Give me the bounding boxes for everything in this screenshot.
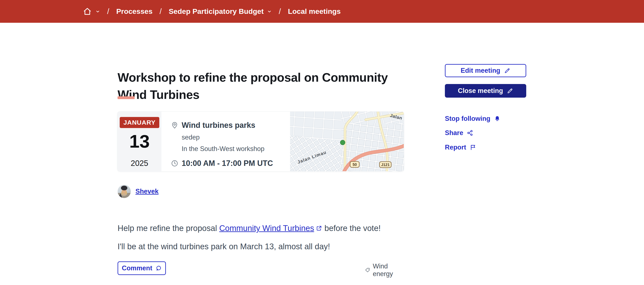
breadcrumb-separator: / <box>278 7 282 16</box>
breadcrumb-process-name[interactable]: Sedep Participatory Budget <box>169 7 264 15</box>
chevron-down-icon <box>96 9 100 14</box>
home-icon <box>83 7 92 16</box>
date-panel: JANUARY 13 2025 <box>118 112 162 171</box>
body-text: before the vote! <box>322 224 381 233</box>
proposal-link[interactable]: Community Wind Turbines <box>219 224 314 233</box>
breadcrumb-local-meetings[interactable]: Local meetings <box>288 7 341 15</box>
edit-meeting-button[interactable]: Edit meeting <box>445 64 526 77</box>
map-route-shield-50: 50 <box>350 161 359 167</box>
location-name: Wind turbines parks <box>182 121 255 130</box>
chevron-down-icon[interactable] <box>267 9 272 14</box>
page-title: Workshop to refine the proposal on Commu… <box>118 69 420 103</box>
title-accent-bar <box>118 96 134 99</box>
month-badge: JANUARY <box>120 117 159 128</box>
date-day: 13 <box>118 132 162 150</box>
share-link[interactable]: Share <box>445 129 474 137</box>
clock-icon <box>171 160 178 167</box>
tag-label: Wind energy <box>373 263 404 278</box>
stop-following-link[interactable]: Stop following <box>445 115 501 122</box>
flag-icon <box>470 144 476 151</box>
comment-button[interactable]: Comment <box>118 261 166 275</box>
meeting-info-card: JANUARY 13 2025 Wind turbines parks sede… <box>118 112 404 171</box>
breadcrumb-home[interactable] <box>83 7 100 16</box>
body-paragraph-1: Help me refine the proposal Community Wi… <box>118 223 416 233</box>
tag-icon <box>365 267 370 273</box>
author-link[interactable]: Shevek <box>136 188 159 195</box>
svg-text:J121: J121 <box>381 163 390 167</box>
location-address: In the South-West workshop <box>182 145 290 153</box>
comment-button-label: Comment <box>122 264 152 272</box>
svg-text:50: 50 <box>352 163 357 167</box>
pencil-icon <box>504 67 510 74</box>
close-meeting-label: Close meeting <box>458 87 503 95</box>
breadcrumb-processes[interactable]: Processes <box>116 7 152 15</box>
stop-following-label: Stop following <box>445 115 490 122</box>
meeting-time: 10:00 AM - 17:00 PM UTC <box>182 159 273 168</box>
map-marker[interactable] <box>340 140 345 145</box>
pencil-icon <box>507 88 513 94</box>
meeting-page: / Processes / Sedep Participatory Budget… <box>0 0 644 285</box>
author-row: Shevek <box>118 185 159 198</box>
breadcrumb: / Processes / Sedep Participatory Budget… <box>83 7 341 16</box>
close-meeting-button[interactable]: Close meeting <box>445 84 526 98</box>
share-icon <box>466 130 474 136</box>
report-link[interactable]: Report <box>445 144 476 151</box>
meeting-details: Wind turbines parks sedep In the South-W… <box>162 112 290 171</box>
avatar[interactable] <box>118 185 131 198</box>
body-text: Help me refine the proposal <box>118 224 219 233</box>
date-year: 2025 <box>118 159 162 168</box>
map-route-shield-j121: J121 <box>380 162 391 168</box>
external-link-icon <box>316 225 322 231</box>
body-paragraph-2: I'll be at the wind turbines park on Mar… <box>118 242 416 251</box>
breadcrumb-bar: / Processes / Sedep Participatory Budget… <box>0 0 644 23</box>
location-organization: sedep <box>182 134 290 141</box>
category-tag[interactable]: Wind energy <box>365 263 404 278</box>
map-pin-icon <box>171 121 178 130</box>
location-map[interactable]: Jalan Limau Jalan 50 J121 <box>290 112 404 171</box>
comment-bubble-icon <box>155 265 162 272</box>
breadcrumb-separator: / <box>158 7 163 16</box>
share-label: Share <box>445 129 463 137</box>
breadcrumb-separator: / <box>106 7 110 16</box>
edit-meeting-label: Edit meeting <box>461 67 500 74</box>
report-label: Report <box>445 144 466 151</box>
bell-icon <box>494 115 501 122</box>
